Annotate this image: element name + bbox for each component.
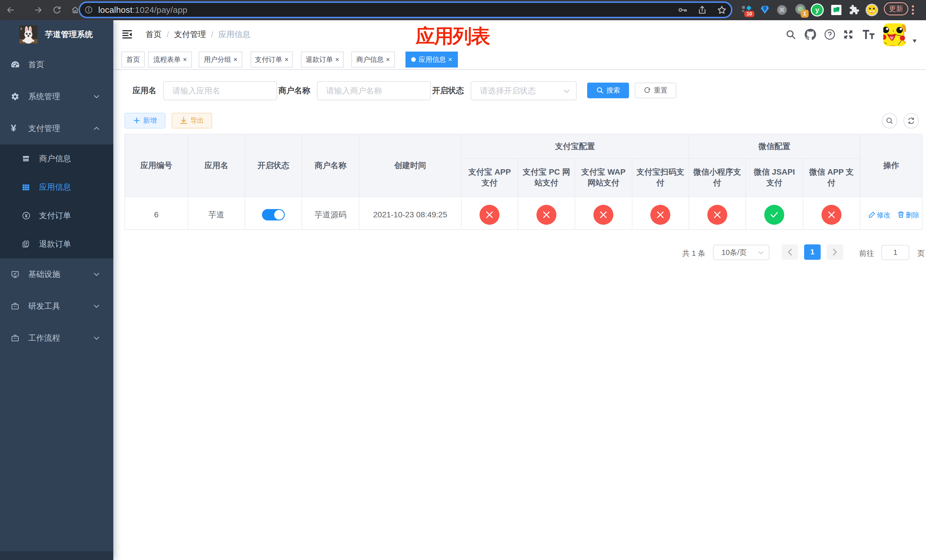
svg-text:⌘: ⌘	[779, 7, 785, 13]
svg-text:y: y	[815, 6, 819, 14]
